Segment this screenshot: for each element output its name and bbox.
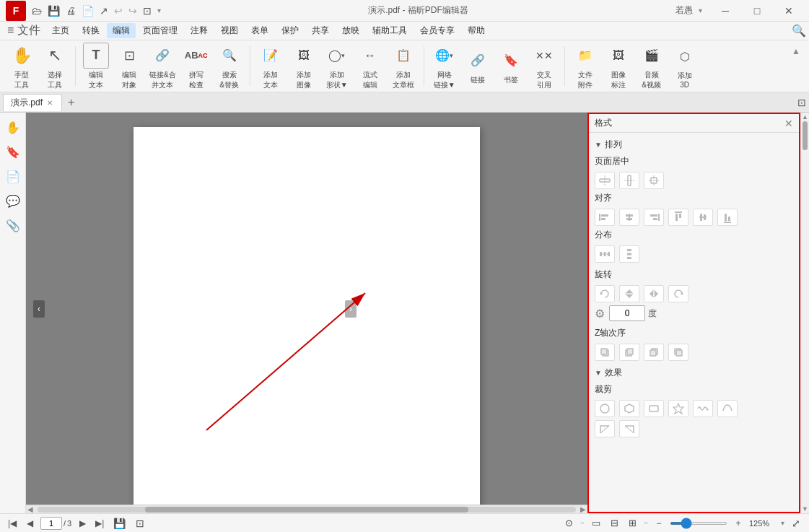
crop-circle-icon[interactable] [595,400,615,417]
rot-cw-icon[interactable] [668,285,688,302]
net-link-icon[interactable]: 🌐▾ [432,43,458,69]
both-center-icon[interactable] [644,172,664,189]
sidebar-bookmark[interactable]: 🔖 [3,141,23,162]
menu-comment[interactable]: 注释 [185,23,214,38]
menu-present[interactable]: 放映 [336,23,365,38]
flow-edit-icon[interactable]: ↔ [357,43,383,69]
right-scrollbar[interactable]: ▲ ▼ [800,113,809,513]
send-back-icon[interactable] [668,344,688,361]
zoom-out-btn[interactable]: − [652,517,665,530]
effects-section-header[interactable]: ▼ 效果 [595,367,793,379]
crop-corner2-icon[interactable] [619,420,639,437]
nav-arrow-left[interactable]: ‹ [33,300,45,318]
crop-star-icon[interactable] [668,400,688,417]
align-top-icon[interactable] [668,209,688,226]
view-settings-icon[interactable]: ⊙ [562,516,576,530]
hscroll-track[interactable] [38,507,576,513]
tab-demo-pdf[interactable]: 演示.pdf ✕ [3,94,62,111]
menu-convert[interactable]: 转换 [76,23,105,38]
menu-page[interactable]: 页面管理 [137,23,183,38]
add-shape-icon[interactable]: ◯▾ [324,43,350,69]
profile-dropdown[interactable]: ▾ [699,6,702,14]
add-image-icon[interactable]: 🖼 [291,43,317,69]
flip-h-icon[interactable] [644,285,664,302]
menu-share[interactable]: 共享 [306,23,335,38]
dist-v-icon[interactable] [619,245,639,263]
hscroll-left[interactable]: ◀ [26,505,35,513]
close-button[interactable]: ✕ [774,1,803,21]
menu-edit[interactable]: 编辑 [107,23,136,38]
save-to-file-icon[interactable]: 💾 [110,516,128,531]
pdf-hscroll[interactable]: ◀ ▶ [26,505,587,513]
bring-front-icon[interactable] [595,344,615,361]
spell-icon[interactable]: ABAC [183,43,209,69]
qa-redo[interactable]: ↪ [128,5,137,17]
menu-protect[interactable]: 保护 [276,23,305,38]
audio-video-icon[interactable]: 🎬 [639,43,665,69]
crop-corner1-icon[interactable] [595,420,615,437]
qa-send[interactable]: ↗ [100,5,108,17]
crop-arc-icon[interactable] [717,400,738,417]
tab-restore-icon[interactable]: ⊡ [797,97,806,108]
hcenter-icon[interactable] [595,172,615,189]
toolbar-scroll-up[interactable]: ▲ [789,43,803,59]
scrollbar-up[interactable]: ▲ [801,113,809,121]
two-page-icon[interactable]: ⊟ [608,516,621,530]
add-chapter-icon[interactable]: 📋 [390,43,416,69]
last-page-btn[interactable]: ▶| [93,517,106,530]
menu-form[interactable]: 表单 [245,23,274,38]
flip-v-icon[interactable] [619,285,639,302]
sidebar-attach[interactable]: 📎 [3,215,23,235]
first-page-btn[interactable]: |◀ [6,517,19,530]
hscroll-thumb[interactable] [145,507,468,513]
crop-rect-icon[interactable] [644,400,664,417]
cross-ref-icon[interactable]: ✕✕ [531,43,557,69]
panel-close-button[interactable]: ✕ [784,118,793,129]
menu-help[interactable]: 帮助 [462,23,491,38]
align-left-icon[interactable] [595,209,615,226]
sidebar-page[interactable]: 📄 [3,166,23,186]
scrollbar-down[interactable]: ▼ [801,505,809,513]
current-page-input[interactable] [40,517,62,530]
select-icon[interactable]: ↖ [42,43,68,69]
tab-add-button[interactable]: + [64,95,79,110]
nav-arrow-right[interactable]: › [345,300,357,318]
file-attach-icon[interactable]: 📁 [572,43,598,69]
crop-wave-icon[interactable] [693,400,713,417]
zoom-slider[interactable] [670,522,727,525]
continuous-icon[interactable]: ⊞ [626,516,639,530]
menu-hamburger[interactable]: ≡ 文件 [3,22,45,40]
fullscreen-btn[interactable]: ⤢ [789,516,803,531]
rot-ccw-icon[interactable] [595,285,615,302]
send-backward-icon[interactable] [644,344,664,361]
prev-page-btn[interactable]: ◀ [23,517,36,530]
minimize-button[interactable]: ─ [711,1,740,21]
link-icon[interactable]: 🔗 [465,48,491,74]
qa-save[interactable]: 💾 [48,5,60,17]
qa-undo[interactable]: ↩ [114,5,123,17]
menu-tools[interactable]: 辅助工具 [367,23,413,38]
sidebar-comment[interactable]: 💬 [3,191,23,211]
hand-icon[interactable]: ✋ [9,43,35,69]
maximize-button[interactable]: □ [743,1,771,21]
qa-stamp[interactable]: ⊡ [143,5,152,17]
add-text-icon[interactable]: 📝 [258,43,284,69]
search-icon2[interactable]: 🔍 [217,43,242,69]
hscroll-right[interactable]: ▶ [579,505,587,513]
bring-forward-icon[interactable] [619,344,639,361]
align-hcenter-icon[interactable] [619,209,639,226]
align-bottom-icon[interactable] [717,209,738,226]
rotation-input[interactable] [609,305,645,321]
bookmark-icon[interactable]: 🔖 [498,48,524,74]
extract-icon[interactable]: ⊡ [133,516,147,531]
menu-home[interactable]: 主页 [46,23,75,38]
next-page-btn[interactable]: ▶ [76,517,89,530]
zoom-in-btn[interactable]: + [732,517,745,530]
menu-view[interactable]: 视图 [215,23,244,38]
align-right-icon[interactable] [644,209,664,226]
scrollbar-thumb[interactable] [803,121,808,150]
dist-h-icon[interactable] [595,245,615,263]
crop-hexagon-icon[interactable] [619,400,639,417]
add-3d-icon[interactable]: ⬡ [672,43,698,69]
single-page-icon[interactable]: ▭ [589,516,603,530]
